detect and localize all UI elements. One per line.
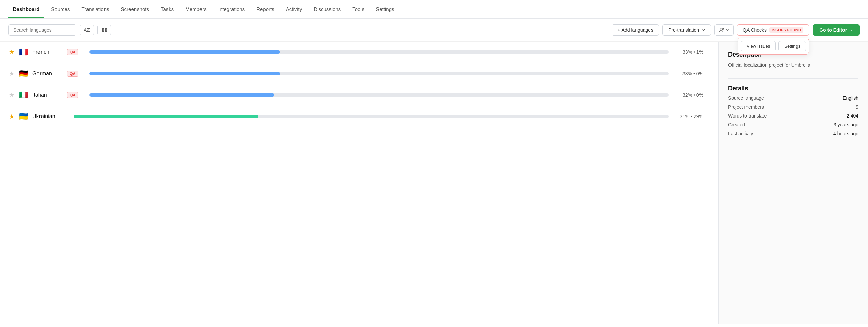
sort-az-button[interactable]: AZ	[80, 25, 94, 35]
svg-point-4	[720, 28, 722, 30]
sidebar-divider	[728, 78, 858, 79]
language-row[interactable]: ★🇩🇪GermanQA33% • 0%	[0, 63, 718, 84]
language-list: ★🇫🇷FrenchQA33% • 1%★🇩🇪GermanQA33% • 0%★🇮…	[0, 42, 718, 324]
nav-item-settings[interactable]: Settings	[371, 0, 399, 18]
language-row[interactable]: ★🇫🇷FrenchQA33% • 1%	[0, 42, 718, 63]
progress-bar-container: 33% • 0%	[89, 71, 704, 76]
svg-point-5	[722, 28, 724, 30]
qa-issues-badge: ISSUES FOUND	[769, 27, 803, 33]
progress-bar-background	[89, 93, 669, 97]
go-to-editor-button[interactable]: Go to Editor →	[813, 24, 860, 36]
details-label: Last activity	[728, 131, 828, 136]
progress-bar-background	[89, 72, 669, 75]
sort-az-label: AZ	[84, 27, 90, 33]
progress-bar-fill-translated	[89, 72, 280, 75]
qa-tag: QA	[67, 92, 78, 98]
details-title: Details	[728, 85, 858, 92]
go-to-editor-label: Go to Editor →	[819, 27, 853, 33]
language-flag: 🇫🇷	[19, 48, 28, 57]
svg-rect-3	[105, 30, 107, 32]
qa-tag: QA	[67, 49, 78, 55]
language-row[interactable]: ★🇮🇹ItalianQA32% • 0%	[0, 84, 718, 106]
svg-rect-0	[102, 28, 104, 30]
members-icon-button[interactable]	[714, 24, 734, 36]
sidebar: Description Official localization projec…	[718, 42, 868, 324]
language-flag: 🇮🇹	[19, 91, 28, 99]
nav-item-tasks[interactable]: Tasks	[156, 0, 178, 18]
language-flag: 🇩🇪	[19, 69, 28, 78]
details-value: English	[833, 95, 858, 101]
details-section: Details Source languageEnglishProject me…	[728, 85, 858, 136]
search-input[interactable]	[8, 24, 76, 36]
nav-item-reports[interactable]: Reports	[252, 0, 279, 18]
nav-item-members[interactable]: Members	[180, 0, 211, 18]
details-grid: Source languageEnglishProject members9Wo…	[728, 95, 858, 136]
qa-checks-label: QA Checks	[743, 27, 767, 33]
star-button[interactable]: ★	[8, 91, 15, 99]
nav-item-activity[interactable]: Activity	[281, 0, 307, 18]
details-value: 4 hours ago	[833, 131, 858, 136]
language-name: German	[32, 71, 63, 77]
grid-view-button[interactable]	[97, 25, 111, 35]
language-name: French	[32, 49, 63, 55]
progress-bar-fill-approved	[74, 115, 258, 118]
members-icon	[719, 27, 725, 33]
star-button[interactable]: ★	[8, 48, 15, 56]
language-flag: 🇺🇦	[19, 112, 28, 121]
nav-item-translations[interactable]: Translations	[77, 0, 114, 18]
details-label: Created	[728, 122, 828, 127]
grid-icon	[101, 27, 107, 33]
nav-item-tools[interactable]: Tools	[348, 0, 369, 18]
qa-tag: QA	[67, 71, 78, 77]
details-value: 3 years ago	[833, 122, 858, 127]
qa-dropdown: View Issues Settings	[738, 38, 809, 54]
progress-bar-fill-translated	[89, 50, 280, 54]
details-value: 9	[833, 104, 858, 110]
star-button[interactable]: ★	[8, 70, 15, 77]
nav-item-integrations[interactable]: Integrations	[213, 0, 250, 18]
main-content: ★🇫🇷FrenchQA33% • 1%★🇩🇪GermanQA33% • 0%★🇮…	[0, 42, 868, 324]
details-label: Source language	[728, 95, 828, 101]
nav-item-screenshots[interactable]: Screenshots	[116, 0, 154, 18]
nav-item-discussions[interactable]: Discussions	[309, 0, 345, 18]
details-label: Words to translate	[728, 113, 828, 119]
qa-checks-container: QA Checks ISSUES FOUND View Issues Setti…	[737, 24, 809, 36]
add-languages-button[interactable]: + Add languages	[612, 24, 659, 36]
progress-bar-fill-translated	[89, 93, 275, 97]
pretranslation-label: Pre-translation	[668, 27, 699, 33]
nav-item-sources[interactable]: Sources	[46, 0, 75, 18]
main-nav: DashboardSourcesTranslationsScreenshotsT…	[0, 0, 868, 19]
progress-bar-background	[89, 50, 669, 54]
language-name: Ukrainian	[32, 113, 63, 120]
progress-percentage: 33% • 1%	[673, 49, 703, 55]
qa-checks-button[interactable]: QA Checks ISSUES FOUND	[737, 24, 809, 36]
view-issues-button[interactable]: View Issues	[741, 41, 776, 51]
progress-percentage: 33% • 0%	[673, 71, 703, 76]
details-label: Project members	[728, 104, 828, 110]
progress-percentage: 31% • 29%	[673, 114, 703, 119]
chevron-down-icon-members	[726, 28, 729, 32]
toolbar: AZ + Add languages Pre-translation	[0, 19, 868, 42]
nav-item-dashboard[interactable]: Dashboard	[8, 0, 44, 18]
add-languages-label: + Add languages	[617, 27, 653, 33]
details-value: 2 404	[833, 113, 858, 119]
progress-percentage: 32% • 0%	[673, 92, 703, 98]
description-text: Official localization project for Umbrel…	[728, 62, 858, 69]
svg-rect-2	[102, 30, 104, 32]
progress-bar-background	[74, 115, 669, 118]
progress-bar-container: 31% • 29%	[74, 114, 703, 119]
qa-settings-button[interactable]: Settings	[778, 41, 806, 51]
chevron-down-icon	[701, 28, 705, 32]
svg-rect-1	[105, 28, 107, 30]
language-name: Italian	[32, 92, 63, 98]
star-button[interactable]: ★	[8, 113, 15, 120]
language-row[interactable]: ★🇺🇦Ukrainian31% • 29%	[0, 106, 718, 127]
pretranslation-button[interactable]: Pre-translation	[662, 24, 711, 36]
progress-bar-container: 32% • 0%	[89, 92, 704, 98]
progress-bar-container: 33% • 1%	[89, 49, 704, 55]
